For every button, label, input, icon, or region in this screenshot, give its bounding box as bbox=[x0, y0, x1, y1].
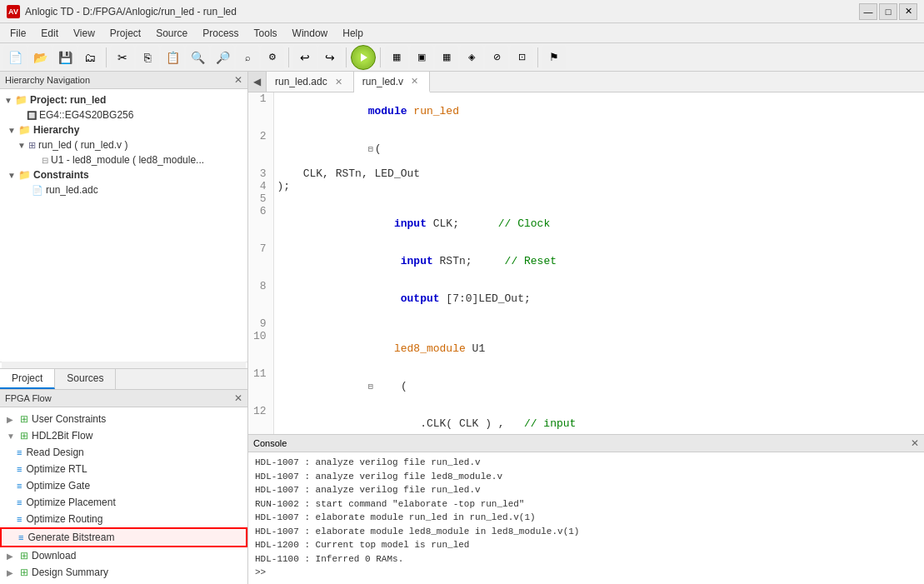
tab-sources[interactable]: Sources bbox=[55, 369, 116, 389]
code-line-11: 11 ⊟ ( bbox=[248, 367, 924, 405]
collapse-11[interactable]: ⊟ bbox=[368, 382, 373, 392]
hierarchy-tree: ▼ 📁 Project: run_led 🔲 EG4::EG4S20BG256 … bbox=[0, 89, 247, 362]
flow-optimize-routing[interactable]: ≡ Optimize Routing bbox=[0, 511, 247, 527]
tree-top-module[interactable]: ▼ ⊞ run_led ( run_led.v ) bbox=[0, 137, 247, 152]
menu-window[interactable]: Window bbox=[286, 26, 335, 41]
tb-b2[interactable]: ▣ bbox=[410, 46, 433, 69]
right-area: ◀ run_led.adc ✕ run_led.v ✕ 1 mod bbox=[248, 72, 924, 584]
app-logo: AV bbox=[7, 5, 20, 18]
sub-module-icon: ⊟ bbox=[42, 156, 48, 165]
console-content[interactable]: HDL-1007 : analyze verilog file run_led.… bbox=[248, 452, 924, 584]
tb-search[interactable]: 🔎 bbox=[211, 46, 234, 69]
optimize-placement-icon: ≡ bbox=[17, 497, 22, 507]
tree-constraints[interactable]: ▼ 📁 Constraints bbox=[0, 167, 247, 182]
tb-cut[interactable]: ✂ bbox=[111, 46, 134, 69]
collapse-2[interactable]: ⊟ bbox=[368, 145, 373, 154]
console-header: Console ✕ bbox=[248, 435, 924, 452]
maximize-button[interactable]: □ bbox=[879, 3, 897, 20]
tb-b4[interactable]: ◈ bbox=[460, 46, 483, 69]
console-title: Console bbox=[253, 438, 287, 448]
flow-generate-bitstream-label: Generate Bitstream bbox=[27, 532, 114, 543]
hdl2bit-label: HDL2Bit Flow bbox=[32, 430, 92, 442]
code-editor[interactable]: 1 module run_led 2 ⊟( 3 bbox=[248, 92, 924, 434]
tb-b3[interactable]: ▦ bbox=[435, 46, 458, 69]
optimize-gate-icon: ≡ bbox=[17, 481, 22, 491]
menu-view[interactable]: View bbox=[67, 26, 102, 41]
flow-design-summary[interactable]: ▶ ⊞ Design Summary bbox=[0, 564, 247, 581]
code-line-5: 5 bbox=[248, 192, 924, 205]
menu-process[interactable]: Process bbox=[196, 26, 245, 41]
flow-read-design[interactable]: ≡ Read Design bbox=[0, 444, 247, 461]
tree-device[interactable]: 🔲 EG4::EG4S20BG256 bbox=[0, 107, 247, 122]
title-bar: AV Anlogic TD - D:/FPGA/Anlogic/run_led … bbox=[0, 0, 924, 23]
tb-run[interactable] bbox=[351, 45, 376, 70]
tb-b1[interactable]: ▦ bbox=[385, 46, 408, 69]
menu-bar: File Edit View Project Source Process To… bbox=[0, 23, 924, 43]
tb-sep-2 bbox=[288, 47, 289, 67]
tree-project[interactable]: ▼ 📁 Project: run_led bbox=[0, 92, 247, 107]
tb-save[interactable]: 💾 bbox=[53, 46, 77, 69]
menu-source[interactable]: Source bbox=[149, 26, 194, 41]
fpga-flow-close[interactable]: ✕ bbox=[234, 392, 242, 404]
flow-user-constraints[interactable]: ▶ ⊞ User Constraints bbox=[0, 411, 247, 427]
tab-nav-prev[interactable]: ◀ bbox=[248, 72, 267, 92]
tb-search2[interactable]: ⌕ bbox=[236, 46, 259, 69]
menu-project[interactable]: Project bbox=[103, 26, 147, 41]
menu-edit[interactable]: Edit bbox=[34, 26, 65, 41]
tree-sub-module[interactable]: ⊟ U1 - led8_module ( led8_module... bbox=[0, 152, 247, 167]
menu-help[interactable]: Help bbox=[336, 26, 370, 41]
tree-hierarchy-label: Hierarchy bbox=[33, 124, 79, 136]
flow-optimize-rtl-label: Optimize RTL bbox=[26, 463, 87, 475]
tab-run-led-v[interactable]: run_led.v ✕ bbox=[354, 72, 430, 92]
tb-b7[interactable]: ⚑ bbox=[542, 46, 566, 69]
tree-top-module-label: run_led ( run_led.v ) bbox=[38, 139, 127, 151]
tb-settings[interactable]: ⚙ bbox=[261, 46, 284, 69]
close-button[interactable]: ✕ bbox=[899, 3, 917, 20]
generate-bitstream-icon: ≡ bbox=[18, 532, 23, 542]
flow-generate-bitstream[interactable]: ≡ Generate Bitstream bbox=[0, 527, 247, 547]
tab-run-led-adc-label: run_led.adc bbox=[275, 76, 327, 87]
code-line-9: 9 bbox=[248, 317, 924, 330]
tree-hierarchy[interactable]: ▼ 📁 Hierarchy bbox=[0, 122, 247, 137]
tb-sep-4 bbox=[380, 47, 381, 67]
tb-copy[interactable]: ⎘ bbox=[136, 46, 159, 69]
tree-constraint-file[interactable]: 📄 run_led.adc bbox=[0, 182, 247, 197]
tab-run-led-v-close[interactable]: ✕ bbox=[408, 75, 421, 87]
tb-redo[interactable]: ↪ bbox=[318, 46, 342, 69]
fpga-flow-title: FPGA Flow bbox=[5, 393, 52, 403]
tab-project[interactable]: Project bbox=[0, 369, 55, 389]
hierarchy-title: Hierarchy Navigation bbox=[5, 75, 90, 85]
tb-undo[interactable]: ↩ bbox=[293, 46, 317, 69]
flow-optimize-placement[interactable]: ≡ Optimize Placement bbox=[0, 494, 247, 511]
tb-find[interactable]: 🔍 bbox=[186, 46, 209, 69]
menu-file[interactable]: File bbox=[3, 26, 32, 41]
tab-run-led-adc-close[interactable]: ✕ bbox=[332, 76, 345, 88]
h-scrollbar[interactable] bbox=[0, 362, 247, 368]
console-prompt: >> bbox=[255, 566, 917, 580]
fpga-flow-list: ▶ ⊞ User Constraints ▼ ⊞ HDL2Bit Flow ≡ … bbox=[0, 407, 247, 584]
flow-optimize-rtl[interactable]: ≡ Optimize RTL bbox=[0, 461, 247, 477]
tb-new[interactable]: 📄 bbox=[3, 46, 27, 69]
menu-tools[interactable]: Tools bbox=[247, 26, 284, 41]
code-line-4: 4 ); bbox=[248, 180, 924, 192]
minimize-button[interactable]: — bbox=[859, 3, 877, 20]
code-line-8: 8 output [7:0]LED_Out; bbox=[248, 280, 924, 317]
flow-download[interactable]: ▶ ⊞ Download bbox=[0, 547, 247, 564]
tb-paste[interactable]: 📋 bbox=[161, 46, 184, 69]
tb-save-all[interactable]: 🗂 bbox=[78, 46, 102, 69]
user-constraints-label: User Constraints bbox=[32, 413, 106, 425]
code-line-6: 6 input CLK; // Clock bbox=[248, 205, 924, 242]
hdl2bit-icon: ⊞ bbox=[20, 430, 28, 442]
flow-optimize-gate[interactable]: ≡ Optimize Gate bbox=[0, 477, 247, 494]
flow-hdl2bit[interactable]: ▼ ⊞ HDL2Bit Flow bbox=[0, 427, 247, 444]
tb-b6[interactable]: ⊡ bbox=[510, 46, 533, 69]
tb-open[interactable]: 📂 bbox=[28, 46, 52, 69]
panel-tabs: Project Sources bbox=[0, 368, 247, 389]
tab-run-led-adc[interactable]: run_led.adc ✕ bbox=[267, 72, 354, 92]
hierarchy-folder-icon: 📁 bbox=[18, 124, 31, 136]
hierarchy-close[interactable]: ✕ bbox=[234, 74, 242, 86]
download-arrow: ▶ bbox=[7, 552, 17, 561]
design-summary-arrow: ▶ bbox=[7, 568, 17, 577]
tb-b5[interactable]: ⊘ bbox=[485, 46, 508, 69]
console-close[interactable]: ✕ bbox=[911, 437, 919, 449]
